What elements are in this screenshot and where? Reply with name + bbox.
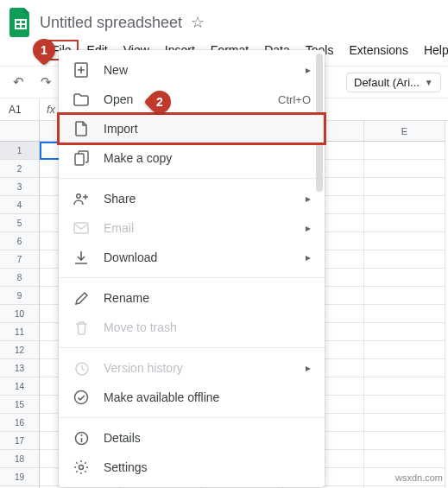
redo-button[interactable]: ↷ [35, 71, 57, 93]
offline-icon [73, 389, 90, 406]
row-header[interactable]: 6 [0, 232, 40, 250]
row-header[interactable]: 16 [0, 414, 40, 432]
row-header[interactable]: 9 [0, 287, 40, 305]
cell[interactable] [364, 287, 445, 305]
cell[interactable] [364, 396, 445, 414]
svg-point-8 [79, 466, 84, 470]
email-icon [73, 219, 90, 237]
cell[interactable] [364, 269, 445, 287]
submenu-arrow-icon: ▸ [306, 362, 311, 374]
menu-separator [59, 347, 325, 348]
row-header[interactable]: 12 [0, 341, 40, 359]
menu-item-download[interactable]: Download ▸ [59, 243, 325, 272]
row-header[interactable]: 4 [0, 196, 40, 214]
menu-item-new[interactable]: New ▸ [59, 55, 325, 85]
svg-rect-1 [75, 154, 84, 165]
svg-rect-3 [74, 223, 88, 233]
cell[interactable] [364, 250, 445, 269]
font-select[interactable]: Default (Ari... ▼ [346, 73, 441, 92]
cell[interactable] [364, 450, 445, 468]
menu-item-settings[interactable]: Settings [59, 453, 325, 482]
row-header[interactable]: 10 [0, 305, 40, 323]
file-icon [73, 120, 90, 137]
new-icon [73, 61, 90, 79]
cell[interactable] [364, 359, 445, 377]
row-header[interactable]: 19 [0, 468, 40, 486]
row-header[interactable]: 17 [0, 432, 40, 450]
star-icon[interactable]: ☆ [191, 13, 205, 32]
menu-help[interactable]: Help [417, 40, 448, 60]
cell[interactable] [364, 377, 445, 396]
menu-item-import[interactable]: Import [59, 114, 325, 143]
row-header[interactable]: 18 [0, 450, 40, 468]
cell[interactable] [364, 414, 445, 432]
menu-item-open[interactable]: Open Ctrl+O [59, 85, 325, 114]
menu-item-rename[interactable]: Rename [59, 283, 325, 313]
font-select-label: Default (Ari... [354, 76, 420, 89]
menu-item-email: Email ▸ [59, 213, 325, 243]
menu-shortcut: Ctrl+O [278, 93, 311, 106]
menu-item-label: Import [104, 122, 311, 136]
name-box[interactable]: A1 [0, 98, 40, 120]
copy-icon [73, 149, 90, 167]
row-header[interactable]: 1 [0, 142, 40, 160]
cell[interactable] [364, 196, 445, 214]
svg-point-5 [75, 391, 88, 404]
menu-item-label: Download [104, 250, 292, 264]
menu-item-label: Email [104, 221, 292, 235]
menu-separator [59, 277, 325, 278]
cell[interactable] [364, 323, 445, 341]
cell[interactable] [364, 341, 445, 359]
select-all-corner[interactable] [0, 121, 40, 142]
cell[interactable] [364, 232, 445, 250]
cell[interactable] [364, 305, 445, 323]
menu-item-label: Open [104, 92, 264, 106]
download-icon [73, 249, 90, 266]
undo-button[interactable]: ↶ [7, 71, 29, 93]
menu-item-label: Settings [104, 460, 311, 474]
menu-item-label: Make a copy [104, 151, 311, 165]
menu-item-label: Version history [104, 361, 292, 375]
menu-item-offline[interactable]: Make available offline [59, 383, 325, 412]
share-icon [73, 190, 90, 207]
row-header[interactable]: 13 [0, 359, 40, 377]
menu-item-make-copy[interactable]: Make a copy [59, 143, 325, 173]
submenu-arrow-icon: ▸ [306, 64, 311, 76]
menu-item-share[interactable]: Share ▸ [59, 184, 325, 213]
cell[interactable] [364, 160, 445, 178]
info-icon [73, 429, 90, 447]
gear-icon [73, 459, 90, 476]
menu-extensions[interactable]: Extensions [342, 40, 414, 60]
document-title[interactable]: Untitled spreadsheet [40, 14, 182, 32]
watermark: wsxdn.com [395, 472, 443, 483]
menu-item-label: Details [104, 431, 311, 445]
row-header[interactable]: 3 [0, 178, 40, 196]
menu-item-version-history: Version history ▸ [59, 353, 325, 383]
folder-icon [73, 91, 90, 108]
menu-separator [59, 178, 325, 179]
row-header[interactable]: 8 [0, 269, 40, 287]
menu-separator [59, 417, 325, 418]
row-header[interactable]: 2 [0, 160, 40, 178]
menu-item-label: Rename [104, 291, 311, 305]
cell[interactable] [364, 432, 445, 450]
row-header[interactable]: 7 [0, 250, 40, 269]
cell[interactable] [364, 178, 445, 196]
cell[interactable] [364, 214, 445, 232]
menu-item-label: Make available offline [104, 390, 311, 404]
row-header[interactable]: 11 [0, 323, 40, 341]
menu-item-details[interactable]: Details [59, 423, 325, 453]
file-menu-dropdown: New ▸ Open Ctrl+O Import Make a copy Sha… [59, 50, 325, 487]
cell[interactable] [364, 142, 445, 160]
row-header[interactable]: 15 [0, 396, 40, 414]
svg-point-2 [77, 194, 81, 199]
row-header[interactable]: 14 [0, 377, 40, 396]
menu-item-move-to-trash: Move to trash [59, 313, 325, 342]
trash-icon [73, 319, 90, 336]
menu-item-label: Share [104, 192, 292, 206]
menu-item-label: New [104, 63, 292, 77]
chevron-down-icon: ▼ [425, 78, 433, 87]
column-header[interactable]: E [364, 121, 445, 142]
row-header[interactable]: 5 [0, 214, 40, 232]
sheets-logo[interactable] [9, 7, 33, 38]
